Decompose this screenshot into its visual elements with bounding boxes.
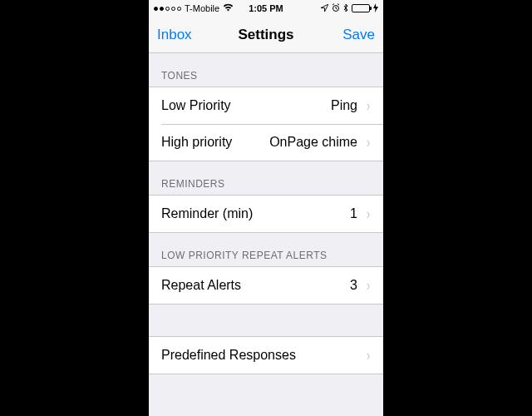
row-label: Repeat Alerts <box>161 278 350 293</box>
row-label: High priority <box>161 135 269 150</box>
battery-icon <box>352 4 370 12</box>
status-bar: T-Mobile 1:05 PM <box>149 0 383 17</box>
group-tones: Low Priority Ping › High priority OnPage… <box>149 87 383 161</box>
chevron-right-icon: › <box>367 134 370 151</box>
row-value: Ping <box>331 98 357 113</box>
back-button[interactable]: Inbox <box>157 27 192 43</box>
section-header-tones: Tones <box>149 53 383 87</box>
chevron-right-icon: › <box>367 277 370 295</box>
row-repeat-alerts[interactable]: Repeat Alerts 3 › <box>149 267 383 304</box>
row-reminder[interactable]: Reminder (min) 1 › <box>149 196 383 232</box>
chevron-right-icon: › <box>367 347 370 364</box>
alarm-icon <box>332 3 340 13</box>
carrier-label: T-Mobile <box>185 3 219 13</box>
section-header-reminders: Reminders <box>149 161 383 195</box>
row-value: 1 <box>350 206 357 221</box>
signal-dots-icon <box>154 7 181 11</box>
group-low-repeat: Repeat Alerts 3 › <box>149 266 383 305</box>
row-low-priority[interactable]: Low Priority Ping › <box>149 87 383 124</box>
row-predefined-responses[interactable]: Predefined Responses › <box>149 337 383 374</box>
row-high-priority[interactable]: High priority OnPage chime › <box>149 124 383 161</box>
group-predefined: Predefined Responses › <box>149 336 383 374</box>
save-button[interactable]: Save <box>342 27 375 43</box>
row-value: OnPage chime <box>269 135 357 150</box>
wifi-icon <box>223 3 234 13</box>
row-label: Low Priority <box>161 98 331 113</box>
group-reminders: Reminder (min) 1 › <box>149 195 383 233</box>
charging-icon <box>373 3 378 14</box>
row-label: Predefined Responses <box>161 348 366 363</box>
bluetooth-icon <box>343 3 348 14</box>
phone-screen: T-Mobile 1:05 PM Inbox Settings Save <box>149 0 383 416</box>
section-header-low-repeat: Low Priority Repeat Alerts <box>149 233 383 266</box>
spacer <box>149 305 383 336</box>
location-icon <box>321 3 328 13</box>
chevron-right-icon: › <box>367 97 370 115</box>
row-value: 3 <box>350 278 357 293</box>
chevron-right-icon: › <box>367 206 370 223</box>
row-label: Reminder (min) <box>161 206 350 221</box>
nav-bar: Inbox Settings Save <box>149 17 383 53</box>
